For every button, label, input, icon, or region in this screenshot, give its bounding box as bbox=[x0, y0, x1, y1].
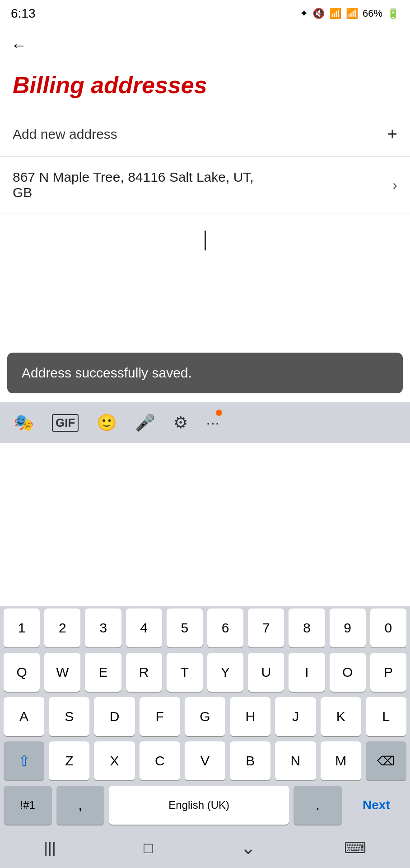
nav-back-icon[interactable]: ||| bbox=[44, 839, 56, 857]
key-p[interactable]: P bbox=[370, 653, 406, 692]
nav-recents-icon[interactable]: ⌄ bbox=[241, 837, 256, 858]
more-icon[interactable]: ··· bbox=[206, 413, 219, 432]
key-symbols[interactable]: !#1 bbox=[4, 786, 52, 825]
status-icons: ✦ 🔇 📶 📶 66% 🔋 bbox=[300, 8, 399, 19]
address-list: Add new address + 867 N Maple Tree, 8411… bbox=[0, 112, 410, 213]
key-r[interactable]: R bbox=[126, 653, 162, 692]
chevron-right-icon: › bbox=[392, 177, 397, 193]
keyboard-row-qwerty: Q W E R T Y U I O P bbox=[0, 650, 410, 694]
key-1[interactable]: 1 bbox=[4, 609, 40, 647]
key-8[interactable]: 8 bbox=[289, 609, 325, 647]
key-5[interactable]: 5 bbox=[167, 609, 203, 647]
key-t[interactable]: T bbox=[167, 653, 203, 692]
key-backspace[interactable]: ⌫ bbox=[366, 741, 406, 780]
address-line2: GB bbox=[13, 185, 32, 200]
key-s[interactable]: S bbox=[49, 697, 89, 736]
key-3[interactable]: 3 bbox=[85, 609, 121, 647]
nav-home-icon[interactable]: □ bbox=[144, 839, 153, 857]
text-cursor bbox=[205, 231, 206, 250]
back-button[interactable]: ← bbox=[11, 36, 27, 55]
key-k[interactable]: K bbox=[321, 697, 361, 736]
key-shift[interactable]: ⇧ bbox=[4, 741, 44, 780]
keyboard-row-zxcv: ⇧ Z X C V B N M ⌫ bbox=[0, 739, 410, 783]
key-2[interactable]: 2 bbox=[44, 609, 80, 647]
keyboard-row-numbers: 1 2 3 4 5 6 7 8 9 0 bbox=[0, 606, 410, 650]
address-text: 867 N Maple Tree, 84116 Salt Lake, UT, G… bbox=[13, 170, 392, 200]
keyboard: 1 2 3 4 5 6 7 8 9 0 Q W E R T Y U I O P … bbox=[0, 606, 410, 827]
notification-dot bbox=[216, 410, 222, 416]
page-title-area: Billing addresses bbox=[0, 63, 410, 112]
settings-icon[interactable]: ⚙ bbox=[173, 413, 188, 432]
key-n[interactable]: N bbox=[275, 741, 316, 780]
key-a[interactable]: A bbox=[4, 697, 44, 736]
emoji-icon[interactable]: 🙂 bbox=[97, 413, 117, 432]
page-title: Billing addresses bbox=[13, 72, 397, 98]
key-7[interactable]: 7 bbox=[248, 609, 284, 647]
key-comma[interactable]: , bbox=[56, 786, 105, 825]
mic-icon[interactable]: 🎤 bbox=[135, 413, 155, 432]
key-i[interactable]: I bbox=[289, 653, 325, 692]
key-z[interactable]: Z bbox=[49, 741, 89, 780]
battery-text: 66% bbox=[363, 8, 382, 19]
plus-icon: + bbox=[387, 124, 397, 144]
add-new-address-row[interactable]: Add new address + bbox=[0, 112, 410, 157]
app-header: ← bbox=[0, 27, 410, 63]
key-0[interactable]: 0 bbox=[370, 609, 406, 647]
nav-keyboard-icon[interactable]: ⌨ bbox=[344, 839, 366, 857]
bluetooth-icon: ✦ bbox=[300, 8, 308, 19]
toast-message: Address successfully saved. bbox=[22, 365, 192, 380]
key-e[interactable]: E bbox=[85, 653, 121, 692]
gif-icon[interactable]: GIF bbox=[52, 414, 79, 432]
add-new-label: Add new address bbox=[13, 127, 117, 142]
key-9[interactable]: 9 bbox=[330, 609, 366, 647]
key-next[interactable]: Next bbox=[346, 786, 406, 825]
key-d[interactable]: D bbox=[94, 697, 135, 736]
key-l[interactable]: L bbox=[366, 697, 406, 736]
address-row[interactable]: 867 N Maple Tree, 84116 Salt Lake, UT, G… bbox=[0, 157, 410, 213]
status-time: 6:13 bbox=[11, 6, 36, 21]
key-y[interactable]: Y bbox=[207, 653, 243, 692]
key-f[interactable]: F bbox=[140, 697, 180, 736]
signal-icon: 📶 bbox=[346, 8, 358, 19]
status-bar: 6:13 ✦ 🔇 📶 📶 66% 🔋 bbox=[0, 0, 410, 27]
key-j[interactable]: J bbox=[275, 697, 316, 736]
mute-icon: 🔇 bbox=[312, 8, 325, 19]
key-x[interactable]: X bbox=[94, 741, 135, 780]
sticker-icon[interactable]: 🎭 bbox=[14, 413, 34, 432]
key-w[interactable]: W bbox=[44, 653, 80, 692]
key-4[interactable]: 4 bbox=[126, 609, 162, 647]
bottom-nav: ||| □ ⌄ ⌨ bbox=[0, 827, 410, 868]
key-c[interactable]: C bbox=[140, 741, 180, 780]
key-6[interactable]: 6 bbox=[207, 609, 243, 647]
wifi-icon: 📶 bbox=[329, 8, 341, 19]
key-m[interactable]: M bbox=[321, 741, 361, 780]
cursor-area bbox=[0, 213, 410, 268]
address-line1: 867 N Maple Tree, 84116 Salt Lake, UT, bbox=[13, 170, 254, 184]
key-h[interactable]: H bbox=[230, 697, 270, 736]
keyboard-row-asdf: A S D F G H J K L bbox=[0, 694, 410, 739]
key-u[interactable]: U bbox=[248, 653, 284, 692]
keyboard-row-bottom: !#1 , English (UK) . Next bbox=[0, 783, 410, 827]
keyboard-toolbar: 🎭 GIF 🙂 🎤 ⚙ ··· bbox=[0, 402, 410, 443]
key-q[interactable]: Q bbox=[4, 653, 40, 692]
battery-icon: 🔋 bbox=[387, 8, 399, 19]
key-b[interactable]: B bbox=[230, 741, 270, 780]
toast-notification: Address successfully saved. bbox=[7, 353, 403, 393]
key-v[interactable]: V bbox=[185, 741, 225, 780]
key-o[interactable]: O bbox=[330, 653, 366, 692]
key-g[interactable]: G bbox=[185, 697, 225, 736]
key-period[interactable]: . bbox=[294, 786, 342, 825]
key-space[interactable]: English (UK) bbox=[109, 786, 289, 825]
